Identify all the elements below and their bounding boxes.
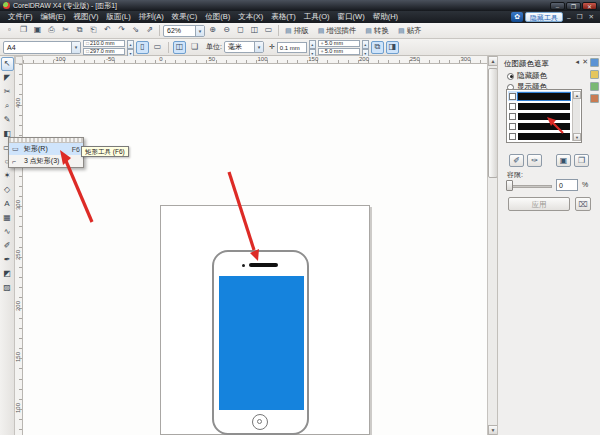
docker-flyout-icon[interactable]: ◂ [576,58,580,66]
zoom-page-icon[interactable]: ◫ [248,24,261,37]
save-mask-button[interactable]: ▣ [556,154,571,167]
horizontal-ruler[interactable]: -100-50050100150200250300 [23,56,487,64]
units-combo[interactable]: 毫米 ▾ [224,41,264,53]
color-picker-button[interactable]: ✐ [509,154,524,167]
menu-item[interactable]: 排列(A) [135,11,168,23]
mask-color-swatch[interactable] [518,133,570,140]
phone-drawing[interactable] [212,250,309,435]
menu-item[interactable]: 工具(O) [300,11,334,23]
menu-item[interactable]: 窗口(W) [334,11,369,23]
open-mask-button[interactable]: ❐ [574,154,589,167]
menu-item[interactable]: 文件(F) [4,11,37,23]
docker-tab-icon[interactable] [590,70,599,79]
menu-item[interactable]: 效果(C) [168,11,201,23]
docker-tab-icon[interactable] [590,82,599,91]
freehand-tool[interactable]: ✎ [1,113,14,127]
mask-checkbox[interactable] [509,113,516,120]
paper-height-field[interactable]: □297.0 mm [83,48,125,55]
polygon-tool[interactable]: ✶ [1,169,14,183]
duplicate-y-field[interactable]: ⌖5.0 mm [318,48,360,55]
export-icon[interactable]: ⇗ [143,24,156,37]
docker-close-icon[interactable]: ✕ [582,58,588,66]
mask-color-swatch[interactable] [518,93,570,100]
mask-color-row[interactable] [508,91,571,101]
crop-tool[interactable]: ✂ [1,85,14,99]
snap-settings-button[interactable]: ⧉ [371,41,384,54]
minimize-button[interactable]: – [550,2,565,10]
docker-tab-icon[interactable] [590,58,599,67]
fill-tool[interactable]: ◩ [1,267,14,281]
landscape-button[interactable]: ▭ [151,41,164,54]
zoom-out-icon[interactable]: ⊖ [220,24,233,37]
zoom-level-combo[interactable]: 62% ▾ [163,25,205,37]
paper-size-combo[interactable]: A4 ▾ [3,41,81,54]
table-tool[interactable]: ▦ [1,211,14,225]
paper-width-field[interactable]: □210.0 mm [83,40,125,47]
zoom-in-icon[interactable]: ⊕ [206,24,219,37]
menu-item[interactable]: 文本(X) [234,11,267,23]
document-restore-button[interactable]: ❐ [575,13,585,21]
shape-tool[interactable]: ◤ [1,71,14,85]
apply-button[interactable]: 应用 [508,197,570,211]
outline-tool[interactable]: ✒ [1,253,14,267]
new-document-icon[interactable]: ▫ [3,24,16,37]
print-icon[interactable]: ⎙ [45,24,58,37]
dropdown-arrow-icon[interactable]: ▾ [71,42,80,53]
duplicate-spinner[interactable]: ▴▾ [362,40,369,55]
phone-screen[interactable] [219,276,304,410]
open-icon[interactable]: ❐ [17,24,30,37]
menu-item[interactable]: 帮助(H) [369,11,402,23]
plugin-logo-icon[interactable]: ✿ [511,12,523,22]
mask-color-row[interactable] [508,111,571,121]
document-minimize-button[interactable]: – [565,14,573,21]
dropdown-arrow-icon[interactable]: ▾ [254,42,263,52]
zoom-selection-icon[interactable]: ◻ [234,24,247,37]
mask-checkbox[interactable] [509,123,516,130]
current-page-button[interactable]: ❏ [188,41,201,54]
mask-color-row[interactable] [508,101,571,111]
delete-mask-button[interactable]: ⌧ [575,197,591,211]
duplicate-x-field[interactable]: ⌖5.0 mm [318,40,360,47]
maximize-button[interactable]: ❐ [566,2,581,10]
layout-plugin-button[interactable]: ▤ 排版 [282,24,312,37]
copy-icon[interactable]: ⧉ [73,24,86,37]
mask-checkbox[interactable] [509,103,516,110]
nudge-spinner[interactable]: ▴▾ [309,40,316,55]
tolerance-field[interactable]: 0 [556,179,578,191]
save-icon[interactable]: ▣ [31,24,44,37]
mask-color-swatch[interactable] [518,103,570,110]
menu-item[interactable]: 位图(B) [201,11,234,23]
portrait-button[interactable]: ▯ [136,41,149,54]
interactive-fill-tool[interactable]: ▨ [1,281,14,295]
cut-icon[interactable]: ✂ [59,24,72,37]
zoom-width-icon[interactable]: ▭ [262,24,275,37]
flyout-menu-item[interactable]: ⌐ 3 点矩形(3) [9,155,83,167]
menu-item[interactable]: 编辑(E) [37,11,70,23]
nudge-offset-field[interactable]: 0.1 mm [277,42,307,53]
mask-color-row[interactable] [508,131,571,141]
pick-tool[interactable]: ↖ [1,57,14,71]
scroll-down-icon[interactable]: ▼ [573,133,581,141]
drawing-canvas[interactable] [23,64,487,435]
text-tool[interactable]: A [1,197,14,211]
mask-color-swatch[interactable] [518,113,570,120]
phone-speaker-bar[interactable] [249,263,278,267]
flyout-menu-item[interactable]: ▭ 矩形(R) F6 [9,143,83,155]
vertical-scrollbar[interactable]: ▲ ▼ [487,56,497,435]
document-close-button[interactable]: ✕ [587,13,596,21]
paper-size-spinner[interactable]: ▴▾ [127,40,134,55]
vertical-ruler[interactable]: 400350300250200150100 [15,64,23,435]
import-icon[interactable]: ⇘ [129,24,142,37]
convert-plugin-button[interactable]: ▤ 转换 [362,24,392,37]
dropdown-arrow-icon[interactable]: ▾ [195,26,204,36]
mask-color-swatch[interactable] [518,123,570,130]
ruler-origin-box[interactable] [15,56,23,64]
tolerance-slider-handle[interactable] [506,180,513,191]
zoom-tool[interactable]: ⌕ [1,99,14,113]
add-color-button[interactable]: ✑ [527,154,542,167]
docker-tab-icon[interactable] [590,94,599,103]
paste-icon[interactable]: ⎗ [87,24,100,37]
mask-checkbox[interactable] [509,133,516,140]
menu-item[interactable]: 表格(T) [267,11,300,23]
eyedropper-tool[interactable]: ✐ [1,239,14,253]
